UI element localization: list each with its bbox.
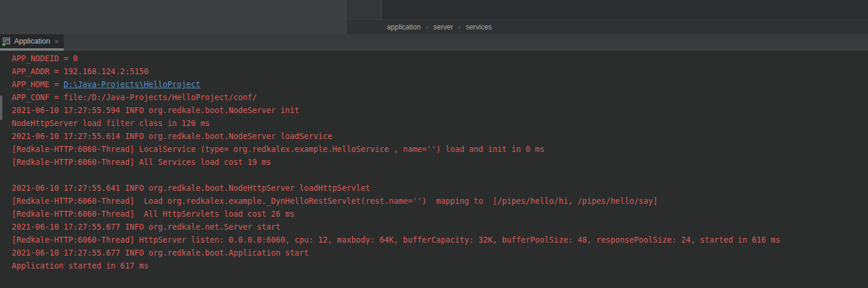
console-line: 2021-06-10 17:27:55.641 INFO org.redkale… xyxy=(12,182,868,195)
log-text: [Redkale-HTTP:6060-Thread] All HttpServl… xyxy=(12,210,294,219)
breadcrumb-item-services[interactable]: services xyxy=(466,23,492,31)
log-text: [Redkale-HTTP:6060-Thread] LocalService … xyxy=(12,145,545,154)
log-text: [Redkale-HTTP:6060-Thread] HttpServer li… xyxy=(12,236,780,244)
console-line: 2021-06-10 17:27:55.594 INFO org.redkale… xyxy=(12,104,868,117)
header-divider-panel xyxy=(347,0,382,19)
breadcrumb-item-application[interactable]: application xyxy=(387,23,420,31)
console-line: 2021-06-10 17:27:55.677 INFO org.redkale… xyxy=(12,247,868,260)
log-text: 2021-06-10 17:27:55.594 INFO org.redkale… xyxy=(12,106,299,115)
console-line: [Redkale-HTTP:6060-Thread] Load org.redk… xyxy=(12,195,868,208)
log-text: 2021-06-10 17:27:55.641 INFO org.redkale… xyxy=(12,184,370,193)
log-text: APP_NODEID = 0 xyxy=(12,54,78,63)
console-line xyxy=(12,169,868,182)
chevron-right-icon: › xyxy=(458,24,460,31)
vertical-scrollbar-thumb[interactable] xyxy=(0,95,2,120)
file-path-link[interactable]: D:\Java-Projects\HelloProject xyxy=(64,80,200,89)
close-icon[interactable]: × xyxy=(54,38,59,45)
tab-application[interactable]: Application × xyxy=(0,34,64,48)
chevron-right-icon: › xyxy=(426,24,428,31)
run-console-icon xyxy=(2,37,11,45)
breadcrumb-item-server[interactable]: server xyxy=(433,23,453,31)
log-text: [Redkale-HTTP:6060-Thread] All Services … xyxy=(12,158,271,167)
running-status-dot-icon xyxy=(2,42,6,47)
log-text: APP_ADDR = 192.168.124.2:5150 xyxy=(12,67,148,76)
editor-panel-bottom xyxy=(0,0,347,34)
console-line: 2021-06-10 17:27:55.677 INFO org.redkale… xyxy=(12,221,868,234)
console-line: NodeHttpServer load filter class in 120 … xyxy=(12,117,868,130)
run-toolwindow-tabbar: Application × xyxy=(0,34,868,51)
log-text: APP_CONF = file:/D:/Java-Projects/HelloP… xyxy=(12,93,257,102)
console-line: APP_ADDR = 192.168.124.2:5150 xyxy=(12,65,868,78)
editor-area-background xyxy=(382,0,868,19)
log-text: APP_HOME = xyxy=(12,80,64,89)
log-text: NodeHttpServer load filter class in 120 … xyxy=(12,119,210,128)
console-line: [Redkale-HTTP:6060-Thread] All Services … xyxy=(12,156,868,169)
log-text: [Redkale-HTTP:6060-Thread] Load org.redk… xyxy=(12,197,658,206)
log-text: 2021-06-10 17:27:55.614 INFO org.redkale… xyxy=(12,132,332,141)
console-line: APP_NODEID = 0 xyxy=(12,52,868,65)
tab-label: Application xyxy=(14,37,50,45)
console-line: [Redkale-HTTP:6060-Thread] HttpServer li… xyxy=(12,234,868,247)
console-line: Application started in 617 ms xyxy=(12,260,868,273)
console-output: APP_NODEID = 0APP_ADDR = 192.168.124.2:5… xyxy=(0,51,868,288)
breadcrumb: application › server › services xyxy=(347,19,868,34)
log-text: 2021-06-10 17:27:55.677 INFO org.redkale… xyxy=(12,249,309,257)
log-text: 2021-06-10 17:27:55.677 INFO org.redkale… xyxy=(12,223,280,231)
console-line: [Redkale-HTTP:6060-Thread] LocalService … xyxy=(12,143,868,156)
console-line: [Redkale-HTTP:6060-Thread] All HttpServl… xyxy=(12,208,868,221)
console-line: APP_HOME = D:\Java-Projects\HelloProject xyxy=(12,78,868,91)
console-line: 2021-06-10 17:27:55.614 INFO org.redkale… xyxy=(12,130,868,143)
console-line: APP_CONF = file:/D:/Java-Projects/HelloP… xyxy=(12,91,868,104)
log-text: Application started in 617 ms xyxy=(12,261,148,270)
